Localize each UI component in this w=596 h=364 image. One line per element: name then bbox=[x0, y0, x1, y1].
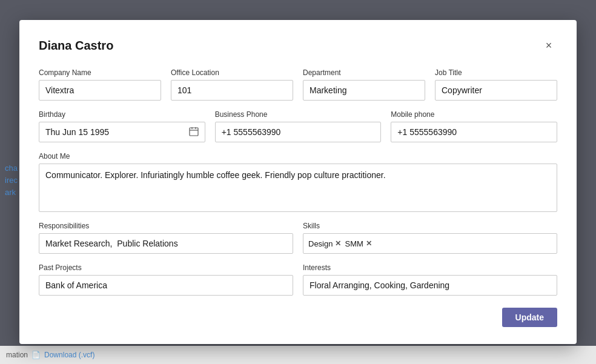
row-projects-interests: Past Projects Interests bbox=[39, 263, 557, 296]
bottom-bar-download[interactable]: Download (.vcf) bbox=[44, 351, 94, 359]
department-label: Department bbox=[303, 68, 425, 77]
row-responsibilities-skills: Responsibilities Skills Design ✕ SMM ✕ bbox=[39, 222, 557, 254]
mobile-phone-label: Mobile phone bbox=[391, 110, 557, 119]
interests-input[interactable] bbox=[303, 275, 557, 296]
skill-remove-design[interactable]: ✕ bbox=[335, 239, 341, 248]
skill-label-design: Design bbox=[308, 239, 333, 248]
business-phone-label: Business Phone bbox=[215, 110, 382, 119]
office-location-input[interactable] bbox=[171, 80, 293, 101]
calendar-icon bbox=[189, 127, 199, 138]
past-projects-label: Past Projects bbox=[39, 263, 293, 272]
department-input[interactable] bbox=[303, 80, 425, 101]
birthday-value: Thu Jun 15 1995 bbox=[45, 127, 109, 137]
bottom-bar: mation 📄 Download (.vcf) bbox=[0, 346, 596, 364]
company-name-input[interactable] bbox=[39, 80, 161, 101]
job-title-group: Job Title bbox=[435, 68, 557, 101]
bottom-bar-text: mation bbox=[6, 351, 28, 359]
responsibilities-group: Responsibilities bbox=[39, 222, 293, 254]
birthday-input[interactable]: Thu Jun 15 1995 bbox=[39, 122, 205, 142]
business-phone-group: Business Phone bbox=[215, 110, 382, 142]
bg-text-1: cha bbox=[5, 164, 18, 173]
skill-label-smm: SMM bbox=[345, 239, 363, 248]
mobile-phone-group: Mobile phone bbox=[391, 110, 557, 142]
job-title-input[interactable] bbox=[435, 80, 557, 101]
about-me-group: About Me Communicator. Explorer. Infuria… bbox=[39, 152, 557, 212]
row-contact-info: Birthday Thu Jun 15 1995 Business Phone … bbox=[39, 110, 557, 142]
interests-group: Interests bbox=[303, 263, 557, 296]
skill-remove-smm[interactable]: ✕ bbox=[366, 239, 372, 248]
row-about-me: About Me Communicator. Explorer. Infuria… bbox=[39, 152, 557, 212]
modal-dialog: Diana Castro × Company Name Office Locat… bbox=[19, 20, 577, 344]
company-name-group: Company Name bbox=[39, 68, 161, 101]
mobile-phone-input[interactable] bbox=[391, 122, 557, 142]
bg-text-2: irec bbox=[5, 176, 18, 185]
past-projects-input[interactable] bbox=[39, 275, 293, 296]
skill-tag-smm: SMM ✕ bbox=[345, 239, 371, 248]
birthday-label: Birthday bbox=[39, 110, 205, 119]
update-button[interactable]: Update bbox=[502, 308, 557, 327]
office-location-group: Office Location bbox=[171, 68, 293, 101]
responsibilities-label: Responsibilities bbox=[39, 222, 293, 230]
interests-label: Interests bbox=[303, 263, 557, 272]
skills-label: Skills bbox=[303, 222, 557, 230]
about-me-textarea[interactable]: Communicator. Explorer. Infuriatingly hu… bbox=[39, 164, 557, 212]
bottom-bar-icon: 📄 bbox=[31, 351, 41, 359]
skills-group: Skills Design ✕ SMM ✕ bbox=[303, 222, 557, 254]
modal-header: Diana Castro × bbox=[39, 37, 557, 54]
birthday-group: Birthday Thu Jun 15 1995 bbox=[39, 110, 205, 142]
skills-input[interactable]: Design ✕ SMM ✕ bbox=[303, 233, 557, 254]
modal-title: Diana Castro bbox=[39, 39, 113, 53]
office-location-label: Office Location bbox=[171, 68, 293, 77]
row-company-info: Company Name Office Location Department … bbox=[39, 68, 557, 101]
svg-rect-0 bbox=[190, 128, 198, 136]
department-group: Department bbox=[303, 68, 425, 101]
about-me-label: About Me bbox=[39, 152, 557, 160]
bg-text-3: ark bbox=[5, 188, 16, 197]
past-projects-group: Past Projects bbox=[39, 263, 293, 296]
job-title-label: Job Title bbox=[435, 68, 557, 77]
skill-tag-design: Design ✕ bbox=[308, 239, 341, 248]
close-button[interactable]: × bbox=[540, 37, 557, 54]
business-phone-input[interactable] bbox=[215, 122, 382, 142]
modal-footer: Update bbox=[39, 308, 557, 327]
company-name-label: Company Name bbox=[39, 68, 161, 77]
responsibilities-input[interactable] bbox=[39, 233, 293, 254]
